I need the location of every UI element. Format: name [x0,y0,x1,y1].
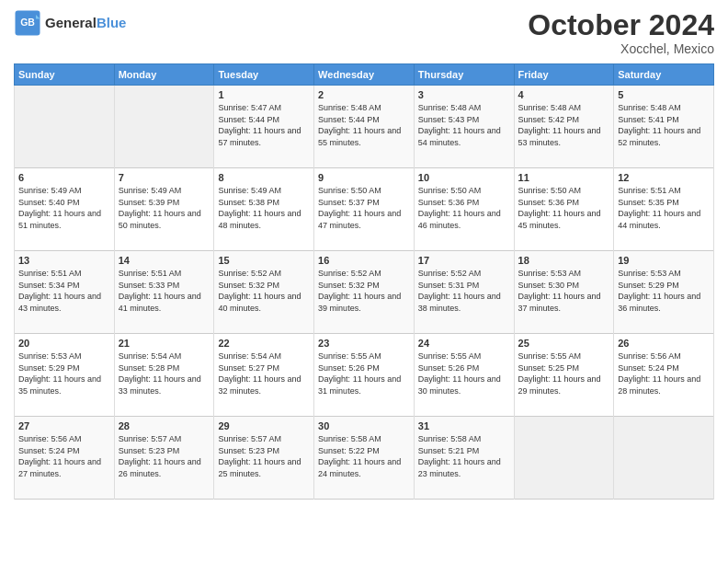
calendar-cell [514,417,614,500]
day-number: 2 [318,89,410,100]
day-number: 25 [518,338,610,349]
calendar-cell: 4Sunrise: 5:48 AMSunset: 5:42 PMDaylight… [514,86,614,168]
title-block: October 2024 Xocchel, Mexico [528,9,714,56]
day-info: Sunrise: 5:48 AMSunset: 5:44 PMDaylight:… [318,102,410,148]
calendar-cell: 19Sunrise: 5:53 AMSunset: 5:29 PMDayligh… [614,251,714,334]
weekday-header-row: Sunday Monday Tuesday Wednesday Thursday… [15,64,714,86]
day-number: 3 [418,89,510,100]
day-number: 13 [18,255,110,266]
day-number: 22 [218,338,310,349]
day-info: Sunrise: 5:57 AMSunset: 5:23 PMDaylight:… [218,433,310,479]
calendar-cell: 29Sunrise: 5:57 AMSunset: 5:23 PMDayligh… [214,417,314,500]
day-info: Sunrise: 5:55 AMSunset: 5:26 PMDaylight:… [418,350,510,396]
calendar-cell: 24Sunrise: 5:55 AMSunset: 5:26 PMDayligh… [414,334,514,417]
calendar-cell: 8Sunrise: 5:49 AMSunset: 5:38 PMDaylight… [214,168,314,251]
day-number: 18 [518,255,610,266]
day-info: Sunrise: 5:57 AMSunset: 5:23 PMDaylight:… [119,433,210,479]
day-number: 12 [618,172,710,183]
calendar-cell: 20Sunrise: 5:53 AMSunset: 5:29 PMDayligh… [15,334,115,417]
logo: GB GeneralBlue [14,9,126,37]
day-info: Sunrise: 5:49 AMSunset: 5:39 PMDaylight:… [119,185,210,231]
day-info: Sunrise: 5:56 AMSunset: 5:24 PMDaylight:… [18,433,110,479]
logo-icon: GB [14,9,41,37]
day-number: 4 [518,89,610,100]
day-info: Sunrise: 5:50 AMSunset: 5:37 PMDaylight:… [318,185,410,231]
svg-text:GB: GB [20,17,35,28]
day-info: Sunrise: 5:48 AMSunset: 5:41 PMDaylight:… [618,102,710,148]
calendar-cell: 23Sunrise: 5:55 AMSunset: 5:26 PMDayligh… [314,334,415,417]
calendar-cell: 12Sunrise: 5:51 AMSunset: 5:35 PMDayligh… [614,168,714,251]
day-info: Sunrise: 5:52 AMSunset: 5:32 PMDaylight:… [318,268,410,314]
calendar-cell: 25Sunrise: 5:55 AMSunset: 5:25 PMDayligh… [514,334,614,417]
calendar-cell: 26Sunrise: 5:56 AMSunset: 5:24 PMDayligh… [614,334,714,417]
col-saturday: Saturday [614,64,714,86]
day-number: 21 [119,338,210,349]
day-info: Sunrise: 5:58 AMSunset: 5:22 PMDaylight:… [318,433,410,479]
day-info: Sunrise: 5:55 AMSunset: 5:26 PMDaylight:… [318,350,410,396]
day-info: Sunrise: 5:48 AMSunset: 5:42 PMDaylight:… [518,102,610,148]
day-number: 6 [18,172,110,183]
calendar-cell: 3Sunrise: 5:48 AMSunset: 5:43 PMDaylight… [414,86,514,168]
day-number: 9 [318,172,410,183]
day-number: 10 [418,172,510,183]
col-tuesday: Tuesday [214,64,314,86]
calendar-cell: 11Sunrise: 5:50 AMSunset: 5:36 PMDayligh… [514,168,614,251]
calendar-cell: 17Sunrise: 5:52 AMSunset: 5:31 PMDayligh… [414,251,514,334]
calendar-cell [614,417,714,500]
day-number: 30 [318,420,410,431]
col-monday: Monday [114,64,214,86]
day-number: 19 [618,255,710,266]
calendar-cell: 9Sunrise: 5:50 AMSunset: 5:37 PMDaylight… [314,168,415,251]
location-subtitle: Xocchel, Mexico [528,41,714,56]
calendar-cell: 13Sunrise: 5:51 AMSunset: 5:34 PMDayligh… [15,251,115,334]
col-wednesday: Wednesday [314,64,415,86]
day-number: 24 [418,338,510,349]
calendar-cell: 6Sunrise: 5:49 AMSunset: 5:40 PMDaylight… [15,168,115,251]
calendar-cell: 5Sunrise: 5:48 AMSunset: 5:41 PMDaylight… [614,86,714,168]
day-number: 29 [218,420,310,431]
calendar-cell: 21Sunrise: 5:54 AMSunset: 5:28 PMDayligh… [114,334,214,417]
day-number: 17 [418,255,510,266]
day-number: 14 [119,255,210,266]
day-info: Sunrise: 5:49 AMSunset: 5:40 PMDaylight:… [18,185,110,231]
calendar-header: GB GeneralBlue October 2024 Xocchel, Mex… [14,9,714,56]
month-title: October 2024 [528,9,714,41]
day-number: 8 [218,172,310,183]
calendar-cell: 10Sunrise: 5:50 AMSunset: 5:36 PMDayligh… [414,168,514,251]
day-info: Sunrise: 5:55 AMSunset: 5:25 PMDaylight:… [518,350,610,396]
day-number: 15 [218,255,310,266]
col-friday: Friday [514,64,614,86]
day-info: Sunrise: 5:47 AMSunset: 5:44 PMDaylight:… [218,102,310,148]
day-info: Sunrise: 5:51 AMSunset: 5:34 PMDaylight:… [18,268,110,314]
day-info: Sunrise: 5:54 AMSunset: 5:28 PMDaylight:… [119,350,210,396]
day-number: 1 [218,89,310,100]
day-info: Sunrise: 5:54 AMSunset: 5:27 PMDaylight:… [218,350,310,396]
day-number: 5 [618,89,710,100]
calendar-cell: 14Sunrise: 5:51 AMSunset: 5:33 PMDayligh… [114,251,214,334]
calendar-cell: 31Sunrise: 5:58 AMSunset: 5:21 PMDayligh… [414,417,514,500]
calendar-container: GB GeneralBlue October 2024 Xocchel, Mex… [0,0,728,563]
calendar-week-row: 13Sunrise: 5:51 AMSunset: 5:34 PMDayligh… [15,251,714,334]
day-number: 26 [618,338,710,349]
day-info: Sunrise: 5:58 AMSunset: 5:21 PMDaylight:… [418,433,510,479]
calendar-week-row: 1Sunrise: 5:47 AMSunset: 5:44 PMDaylight… [15,86,714,168]
calendar-week-row: 27Sunrise: 5:56 AMSunset: 5:24 PMDayligh… [15,417,714,500]
day-info: Sunrise: 5:50 AMSunset: 5:36 PMDaylight:… [518,185,610,231]
calendar-table: Sunday Monday Tuesday Wednesday Thursday… [14,63,714,500]
day-info: Sunrise: 5:51 AMSunset: 5:35 PMDaylight:… [618,185,710,231]
day-info: Sunrise: 5:53 AMSunset: 5:30 PMDaylight:… [518,268,610,314]
day-info: Sunrise: 5:51 AMSunset: 5:33 PMDaylight:… [119,268,210,314]
day-number: 27 [18,420,110,431]
calendar-cell: 27Sunrise: 5:56 AMSunset: 5:24 PMDayligh… [15,417,115,500]
day-number: 23 [318,338,410,349]
col-sunday: Sunday [15,64,115,86]
calendar-cell: 7Sunrise: 5:49 AMSunset: 5:39 PMDaylight… [114,168,214,251]
logo-text: GeneralBlue [45,16,126,31]
day-number: 11 [518,172,610,183]
calendar-cell: 28Sunrise: 5:57 AMSunset: 5:23 PMDayligh… [114,417,214,500]
day-info: Sunrise: 5:52 AMSunset: 5:32 PMDaylight:… [218,268,310,314]
day-number: 31 [418,420,510,431]
day-info: Sunrise: 5:53 AMSunset: 5:29 PMDaylight:… [18,350,110,396]
calendar-week-row: 6Sunrise: 5:49 AMSunset: 5:40 PMDaylight… [15,168,714,251]
day-number: 28 [119,420,210,431]
